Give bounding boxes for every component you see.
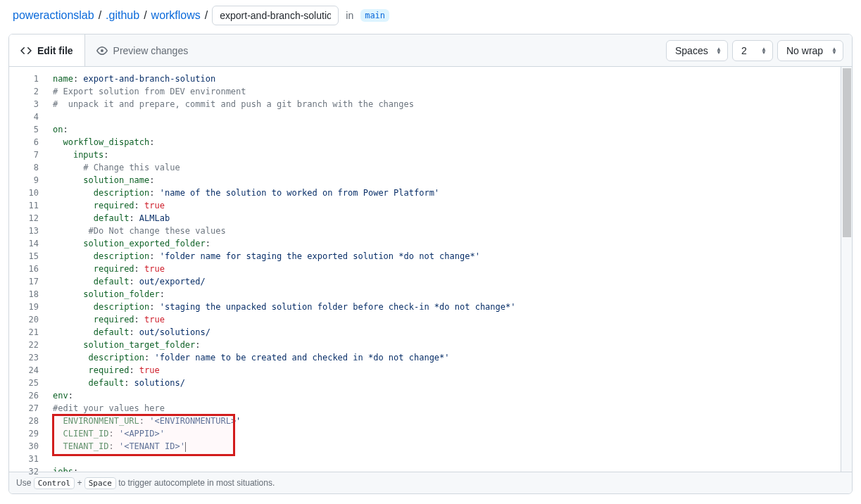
footer-use: Use xyxy=(16,478,34,488)
breadcrumb: poweractionslab / .github / workflows / … xyxy=(0,0,861,31)
line-number: 7 xyxy=(9,149,39,161)
code-line[interactable]: solution_name: xyxy=(46,174,852,187)
line-number: 31 xyxy=(9,453,39,465)
editor-tabs: Edit file Preview changes Spaces ▲▼ 2 ▲▼… xyxy=(9,34,852,67)
editor-footer: Use Control + Space to trigger autocompl… xyxy=(9,472,852,493)
code-line[interactable]: env: xyxy=(46,389,852,402)
kbd-control: Control xyxy=(34,477,75,489)
line-number: 26 xyxy=(9,389,39,402)
code-line[interactable]: required: true xyxy=(46,199,852,212)
line-number: 27 xyxy=(9,402,39,415)
line-number: 21 xyxy=(9,326,39,339)
line-number: 14 xyxy=(9,237,39,250)
code-line[interactable]: required: true xyxy=(46,364,852,377)
line-number: 29 xyxy=(9,427,39,440)
line-number: 18 xyxy=(9,288,39,301)
code-line[interactable]: default: out/solutions/ xyxy=(46,326,852,339)
line-number: 12 xyxy=(9,212,39,225)
code-line[interactable]: TENANT_ID: '<TENANT ID>' xyxy=(46,440,852,453)
code-line[interactable] xyxy=(46,453,852,465)
filename-input[interactable] xyxy=(212,6,339,25)
text-cursor xyxy=(185,442,186,452)
code-area[interactable]: name: export-and-branch-solution# Export… xyxy=(46,67,852,472)
line-number: 20 xyxy=(9,313,39,326)
indent-size-label: 2 xyxy=(741,45,747,56)
indent-size-select[interactable]: 2 ▲▼ xyxy=(732,40,773,61)
breadcrumb-workflows[interactable]: workflows xyxy=(151,9,201,22)
footer-plus: + xyxy=(75,478,84,488)
code-line[interactable]: # unpack it and prepare, commit and push… xyxy=(46,98,852,111)
kbd-space: Space xyxy=(84,477,116,489)
line-number: 17 xyxy=(9,275,39,288)
code-line[interactable]: #Do Not change these values xyxy=(46,225,852,237)
code-line[interactable]: ENVIRONMENT_URL: '<ENVIRONMENTURL>' xyxy=(46,415,852,427)
line-number: 30 xyxy=(9,440,39,453)
line-number: 1 xyxy=(9,73,39,85)
code-line[interactable]: inputs: xyxy=(46,149,852,161)
scroll-thumb[interactable] xyxy=(843,68,851,237)
code-line[interactable]: on: xyxy=(46,123,852,136)
branch-badge[interactable]: main xyxy=(360,9,389,22)
line-number: 32 xyxy=(9,465,39,478)
code-line[interactable]: required: true xyxy=(46,313,852,326)
code-line[interactable]: # Change this value xyxy=(46,161,852,174)
updown-icon: ▲▼ xyxy=(831,47,837,54)
code-line[interactable]: name: export-and-branch-solution xyxy=(46,73,852,85)
tab-edit-label: Edit file xyxy=(37,45,73,56)
eye-icon xyxy=(96,45,108,56)
line-number: 13 xyxy=(9,225,39,237)
line-number: 6 xyxy=(9,136,39,149)
tab-preview-label: Preview changes xyxy=(113,45,189,56)
code-line[interactable]: default: solutions/ xyxy=(46,377,852,389)
line-number: 5 xyxy=(9,123,39,136)
code-line[interactable]: description: 'name of the solution to wo… xyxy=(46,187,852,199)
line-number: 11 xyxy=(9,199,39,212)
code-line[interactable]: description: 'folder name to be created … xyxy=(46,351,852,364)
line-number: 16 xyxy=(9,263,39,275)
line-number: 25 xyxy=(9,377,39,389)
wrap-mode-select[interactable]: No wrap ▲▼ xyxy=(777,40,843,61)
code-line[interactable]: description: 'staging the unpacked solut… xyxy=(46,301,852,313)
line-number: 24 xyxy=(9,364,39,377)
wrap-mode-label: No wrap xyxy=(786,45,823,56)
code-line[interactable]: required: true xyxy=(46,263,852,275)
code-line[interactable]: default: ALMLab xyxy=(46,212,852,225)
code-line[interactable]: description: 'folder name for staging th… xyxy=(46,250,852,263)
code-line[interactable]: #edit your values here xyxy=(46,402,852,415)
tab-preview-changes[interactable]: Preview changes xyxy=(85,34,200,66)
code-line[interactable] xyxy=(46,111,852,123)
line-number: 8 xyxy=(9,161,39,174)
breadcrumb-separator: / xyxy=(97,9,103,22)
code-line[interactable]: workflow_dispatch: xyxy=(46,136,852,149)
code-line[interactable]: solution_target_folder: xyxy=(46,339,852,351)
updown-icon: ▲▼ xyxy=(761,47,767,54)
breadcrumb-repo[interactable]: poweractionslab xyxy=(13,9,94,22)
code-line[interactable]: solution_folder: xyxy=(46,288,852,301)
line-number: 2 xyxy=(9,85,39,98)
editor-container: Edit file Preview changes Spaces ▲▼ 2 ▲▼… xyxy=(8,34,853,494)
breadcrumb-github[interactable]: .github xyxy=(106,9,139,22)
tab-edit-file[interactable]: Edit file xyxy=(9,34,85,66)
editor-body[interactable]: 1234567891011121314151617181920212223242… xyxy=(9,67,852,472)
line-number: 15 xyxy=(9,250,39,263)
indent-mode-select[interactable]: Spaces ▲▼ xyxy=(666,40,728,61)
line-number: 22 xyxy=(9,339,39,351)
line-number: 10 xyxy=(9,187,39,199)
code-line[interactable]: # Export solution from DEV environment xyxy=(46,85,852,98)
code-line[interactable]: default: out/exported/ xyxy=(46,275,852,288)
line-number: 4 xyxy=(9,111,39,123)
in-label: in xyxy=(346,10,353,21)
line-number: 9 xyxy=(9,174,39,187)
updown-icon: ▲▼ xyxy=(716,47,722,54)
indent-mode-label: Spaces xyxy=(675,45,708,56)
breadcrumb-separator: / xyxy=(142,9,148,22)
code-line[interactable]: solution_exported_folder: xyxy=(46,237,852,250)
editor-controls: Spaces ▲▼ 2 ▲▼ No wrap ▲▼ xyxy=(666,40,852,61)
vertical-scrollbar[interactable]: ▲ xyxy=(841,67,852,472)
line-number: 28 xyxy=(9,415,39,427)
code-line[interactable]: CLIENT_ID: '<APPID>' xyxy=(46,427,852,440)
line-number: 3 xyxy=(9,98,39,111)
code-line[interactable]: iobs: xyxy=(46,465,852,472)
footer-rest: to trigger autocomplete in most situatio… xyxy=(116,478,275,488)
breadcrumb-separator: / xyxy=(203,9,209,22)
